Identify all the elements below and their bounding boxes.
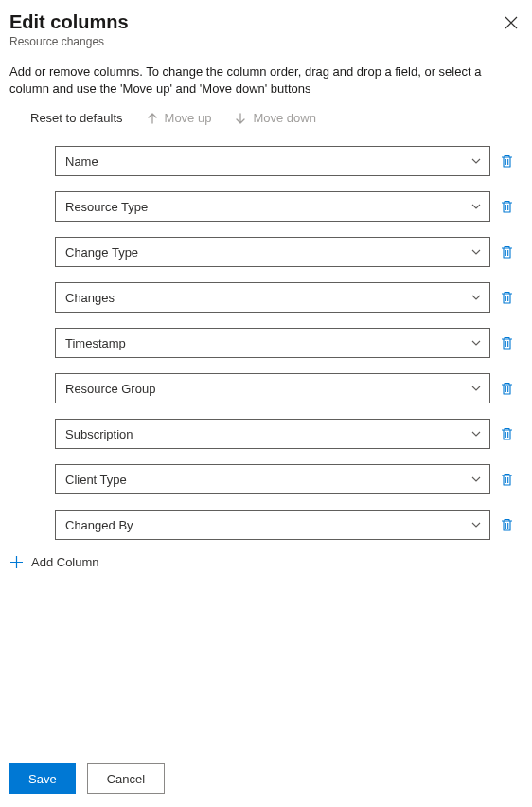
column-select[interactable]: Timestamp — [55, 328, 490, 358]
column-row: Changed By — [55, 510, 523, 540]
move-up-button[interactable]: Move up — [146, 111, 212, 125]
move-down-button[interactable]: Move down — [234, 111, 315, 125]
column-row: Change Type — [55, 237, 523, 267]
trash-icon — [500, 426, 514, 441]
page-title: Edit columns — [9, 11, 523, 33]
trash-icon — [500, 199, 514, 214]
column-row: Client Type — [55, 464, 523, 494]
column-select[interactable]: Subscription — [55, 419, 490, 449]
column-row: Resource Type — [55, 191, 523, 222]
close-button[interactable] — [500, 11, 523, 34]
delete-column-button[interactable] — [500, 472, 514, 487]
trash-icon — [500, 244, 514, 260]
column-label: Resource Type — [65, 200, 148, 214]
column-row: Name — [55, 146, 523, 176]
trash-icon — [500, 472, 514, 487]
close-icon — [505, 16, 518, 29]
delete-column-button[interactable] — [500, 426, 514, 441]
footer: Save Cancel — [9, 763, 165, 794]
plus-icon — [9, 555, 24, 569]
delete-column-button[interactable] — [500, 199, 514, 214]
chevron-down-icon — [470, 428, 482, 439]
arrow-down-icon — [234, 112, 247, 125]
column-select[interactable]: Resource Group — [55, 373, 490, 404]
header: Edit columns Resource changes — [9, 11, 523, 48]
chevron-down-icon — [470, 337, 482, 349]
column-select[interactable]: Change Type — [55, 237, 490, 267]
delete-column-button[interactable] — [500, 517, 514, 532]
chevron-down-icon — [470, 474, 482, 485]
column-label: Name — [65, 154, 98, 169]
chevron-down-icon — [470, 519, 482, 530]
chevron-down-icon — [470, 246, 482, 258]
column-label: Subscription — [65, 427, 133, 441]
save-button[interactable]: Save — [9, 763, 76, 794]
column-label: Changed By — [65, 518, 133, 532]
column-row: Subscription — [55, 419, 523, 449]
toolbar: Reset to defaults Move up Move down — [30, 111, 523, 125]
column-row: Changes — [55, 282, 523, 313]
move-up-label: Move up — [165, 111, 212, 125]
delete-column-button[interactable] — [500, 335, 514, 350]
chevron-down-icon — [470, 201, 482, 212]
chevron-down-icon — [470, 155, 482, 167]
trash-icon — [500, 335, 514, 350]
column-label: Change Type — [65, 245, 138, 260]
column-label: Timestamp — [65, 336, 126, 350]
cancel-button[interactable]: Cancel — [87, 763, 165, 794]
description: Add or remove columns. To change the col… — [9, 63, 523, 98]
column-label: Resource Group — [65, 382, 155, 396]
add-column-button[interactable]: Add Column — [9, 555, 523, 569]
column-select[interactable]: Name — [55, 146, 490, 176]
column-row: Resource Group — [55, 373, 523, 404]
trash-icon — [500, 517, 514, 532]
columns-list: NameResource TypeChange TypeChangesTimes… — [55, 146, 523, 540]
trash-icon — [500, 153, 514, 169]
delete-column-button[interactable] — [500, 290, 514, 305]
arrow-up-icon — [146, 112, 159, 125]
subtitle: Resource changes — [9, 35, 523, 48]
column-row: Timestamp — [55, 328, 523, 358]
column-select[interactable]: Changes — [55, 282, 490, 313]
chevron-down-icon — [470, 292, 482, 303]
column-select[interactable]: Client Type — [55, 464, 490, 494]
column-select[interactable]: Resource Type — [55, 191, 490, 222]
move-down-label: Move down — [253, 111, 315, 125]
delete-column-button[interactable] — [500, 153, 514, 169]
add-column-label: Add Column — [31, 555, 99, 569]
column-label: Client Type — [65, 473, 127, 487]
column-select[interactable]: Changed By — [55, 510, 490, 540]
trash-icon — [500, 381, 514, 396]
chevron-down-icon — [470, 383, 482, 394]
delete-column-button[interactable] — [500, 244, 514, 260]
column-label: Changes — [65, 291, 115, 305]
reset-to-defaults-button[interactable]: Reset to defaults — [30, 111, 123, 125]
trash-icon — [500, 290, 514, 305]
delete-column-button[interactable] — [500, 381, 514, 396]
